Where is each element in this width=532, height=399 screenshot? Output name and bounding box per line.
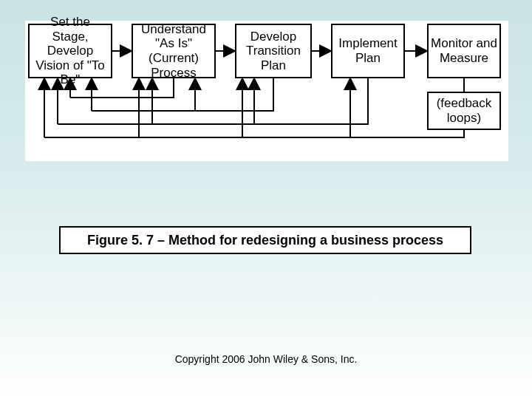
copyright-line: Copyright 2006 John Wiley & Sons, Inc.	[0, 353, 532, 365]
copyright-text: Copyright 2006 John Wiley & Sons, Inc.	[175, 353, 358, 365]
figure-caption: Figure 5. 7 – Method for redesigning a b…	[59, 226, 471, 254]
flow-arrows	[25, 21, 508, 161]
diagram-panel: Set the Stage, Develop Vision of "To Be"…	[25, 21, 508, 161]
figure-caption-text: Figure 5. 7 – Method for redesigning a b…	[87, 233, 443, 248]
